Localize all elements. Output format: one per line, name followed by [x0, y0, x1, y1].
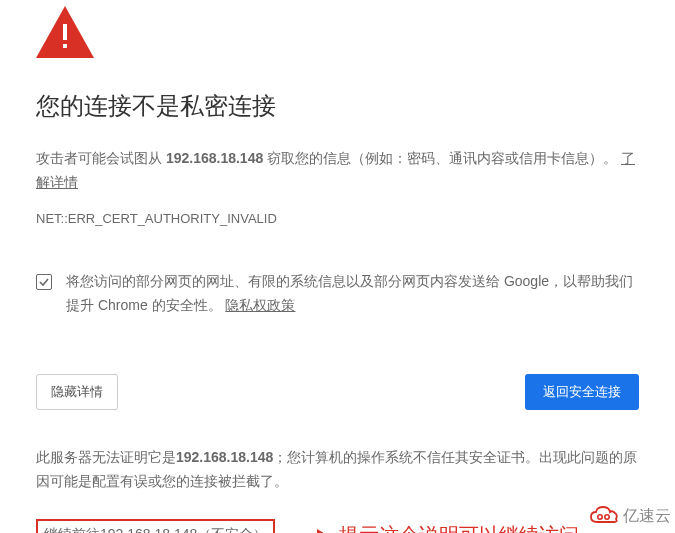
details-paragraph: 此服务器无法证明它是192.168.18.148；您计算机的操作系统不信任其安全…: [36, 446, 639, 494]
page-title: 您的连接不是私密连接: [36, 86, 639, 127]
cloud-icon: [589, 504, 619, 526]
svg-point-6: [605, 515, 609, 519]
hide-details-button[interactable]: 隐藏详情: [36, 374, 118, 410]
button-row: 隐藏详情 返回安全连接: [36, 374, 639, 410]
watermark-text: 亿速云: [623, 502, 671, 529]
svg-marker-4: [317, 529, 327, 533]
arrow-icon: [287, 526, 327, 533]
opt-in-checkbox[interactable]: [36, 274, 52, 290]
watermark: 亿速云: [589, 502, 671, 529]
details-ip: 192.168.18.148: [176, 449, 273, 465]
proceed-row: 继续前往192.168.18.148（不安全） 提示这个说明可以继续访问: [36, 518, 639, 533]
opt-in-text: 将您访问的部分网页的网址、有限的系统信息以及部分网页内容发送给 Google，以…: [66, 270, 639, 318]
back-to-safety-button[interactable]: 返回安全连接: [525, 374, 639, 410]
privacy-policy-link[interactable]: 隐私权政策: [225, 297, 295, 313]
warning-suffix: 窃取您的信息（例如：密码、通讯内容或信用卡信息）。: [263, 150, 617, 166]
warning-prefix: 攻击者可能会试图从: [36, 150, 166, 166]
warning-icon: [36, 6, 639, 58]
svg-rect-1: [63, 24, 67, 40]
error-code: NET::ERR_CERT_AUTHORITY_INVALID: [36, 208, 639, 230]
warning-paragraph: 攻击者可能会试图从 192.168.18.148 窃取您的信息（例如：密码、通讯…: [36, 147, 639, 195]
annotation-text: 提示这个说明可以继续访问: [339, 518, 579, 533]
details-prefix: 此服务器无法证明它是: [36, 449, 176, 465]
opt-in-body: 将您访问的部分网页的网址、有限的系统信息以及部分网页内容发送给 Google，以…: [66, 273, 633, 313]
svg-point-5: [598, 515, 602, 519]
svg-rect-2: [63, 44, 67, 48]
warning-ip: 192.168.18.148: [166, 150, 263, 166]
opt-in-row: 将您访问的部分网页的网址、有限的系统信息以及部分网页内容发送给 Google，以…: [36, 270, 639, 318]
proceed-anyway-link[interactable]: 继续前往192.168.18.148（不安全）: [36, 519, 275, 533]
